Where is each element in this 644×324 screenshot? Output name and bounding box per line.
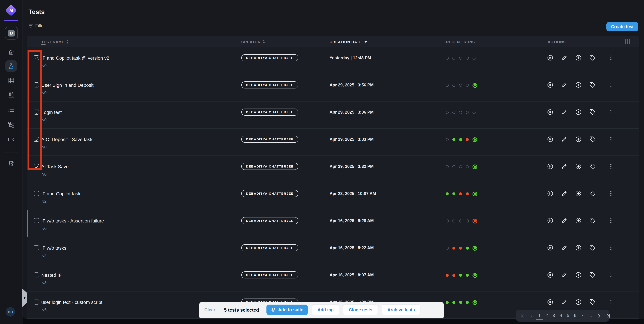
add-plus-icon[interactable] — [575, 245, 582, 251]
edit-pencil-icon[interactable] — [561, 109, 568, 115]
test-row[interactable]: IF and Copilot task v2 DEBADITYA.CHATTER… — [27, 183, 639, 210]
tag-icon[interactable] — [589, 136, 596, 142]
app-logo[interactable]: AI — [6, 5, 16, 15]
row-checkbox[interactable] — [34, 300, 39, 305]
add-plus-icon[interactable] — [575, 55, 582, 61]
test-name[interactable]: Login test — [41, 110, 62, 115]
edit-pencil-icon[interactable] — [561, 245, 568, 251]
edit-pencil-icon[interactable] — [561, 190, 568, 197]
add-plus-icon[interactable] — [575, 136, 582, 142]
more-options-icon[interactable] — [608, 136, 614, 142]
last-page-button[interactable] — [605, 313, 610, 318]
first-page-button[interactable] — [520, 313, 525, 318]
test-row[interactable]: AI Task Save v0 DEBADITYA.CHATTERJEE Apr… — [27, 156, 639, 183]
row-checkbox[interactable] — [34, 191, 39, 196]
add-to-suite-button[interactable]: Add to suite — [266, 305, 308, 315]
more-options-icon[interactable] — [608, 55, 614, 61]
create-test-button[interactable]: Create test — [606, 22, 638, 31]
sidebar-item-suites[interactable] — [5, 89, 17, 101]
edit-pencil-icon[interactable] — [561, 136, 568, 142]
column-creator[interactable]: CREATOR — [241, 36, 264, 47]
add-plus-icon[interactable] — [575, 217, 582, 224]
test-row[interactable]: IF w/o tasks v2 DEBADITYA.CHATTERJEE Apr… — [27, 237, 639, 264]
more-options-icon[interactable] — [608, 190, 614, 197]
tag-icon[interactable] — [589, 82, 596, 88]
test-name[interactable]: AIC: Deposit - Save task — [41, 137, 92, 142]
test-name[interactable]: User Sign In and Deposit — [41, 82, 94, 88]
more-options-icon[interactable] — [608, 109, 614, 115]
add-plus-icon[interactable] — [575, 272, 582, 278]
run-test-icon[interactable] — [547, 163, 554, 169]
archive-tests-button[interactable]: Archive tests — [382, 305, 420, 315]
add-plus-icon[interactable] — [575, 163, 582, 169]
add-plus-icon[interactable] — [575, 109, 582, 115]
tag-icon[interactable] — [589, 55, 596, 61]
column-test-name[interactable]: TEST NAME — [41, 36, 68, 47]
edit-pencil-icon[interactable] — [561, 299, 568, 305]
test-row[interactable]: Login test v0 DEBADITYA.CHATTERJEE Apr 2… — [27, 102, 639, 129]
run-test-icon[interactable] — [547, 82, 554, 88]
test-name[interactable]: user login text - custom script — [41, 300, 102, 305]
clone-tests-button[interactable]: Clone tests — [344, 305, 378, 315]
edit-pencil-icon[interactable] — [561, 163, 568, 169]
test-row[interactable]: IF and Copilot task @ version v2 v0 DEBA… — [27, 47, 639, 74]
sidebar-item-recordings[interactable] — [5, 134, 17, 145]
page-number[interactable]: 3 — [552, 310, 555, 322]
row-checkbox[interactable] — [34, 218, 39, 223]
test-name[interactable]: IF w/o tasks - Assertion failure — [41, 218, 104, 223]
more-options-icon[interactable] — [608, 272, 614, 278]
test-row[interactable]: Nested IF v3 DEBADITYA.CHATTERJEE Apr 16… — [27, 264, 639, 292]
edit-pencil-icon[interactable] — [561, 272, 568, 278]
page-number[interactable]: 2 — [545, 310, 548, 322]
test-name[interactable]: AI Task Save — [41, 164, 69, 169]
add-tag-button[interactable]: Add tag — [312, 305, 339, 315]
tag-icon[interactable] — [589, 109, 596, 115]
run-test-icon[interactable] — [547, 299, 554, 305]
more-options-icon[interactable] — [608, 217, 614, 224]
page-number[interactable]: 6 — [574, 310, 576, 322]
test-name[interactable]: Nested IF — [41, 272, 62, 278]
edit-pencil-icon[interactable] — [561, 82, 568, 88]
project-switcher[interactable]: D — [5, 27, 18, 39]
edit-pencil-icon[interactable] — [561, 55, 568, 61]
run-test-icon[interactable] — [547, 55, 554, 61]
page-number[interactable]: 4 — [560, 310, 562, 322]
more-options-icon[interactable] — [608, 245, 614, 251]
prev-page-button[interactable] — [529, 313, 534, 318]
test-row[interactable]: IF w/o tasks - Assertion failure v0 DEBA… — [27, 210, 639, 237]
edit-pencil-icon[interactable] — [561, 217, 568, 224]
sidebar-item-settings[interactable]: ⚙ — [5, 158, 17, 169]
tag-icon[interactable] — [589, 299, 596, 305]
row-checkbox[interactable] — [34, 245, 39, 250]
more-options-icon[interactable] — [608, 299, 614, 305]
run-test-icon[interactable] — [547, 217, 554, 224]
test-name[interactable]: IF and Copilot task @ version v2 — [41, 55, 109, 61]
sidebar-item-home[interactable] — [5, 46, 17, 58]
test-row[interactable]: User Sign In and Deposit v0 DEBADITYA.CH… — [27, 74, 639, 102]
test-name[interactable]: IF w/o tasks — [41, 245, 66, 251]
run-test-icon[interactable] — [547, 109, 554, 115]
column-creation-date[interactable]: CREATION DATE — [330, 36, 367, 47]
sidebar-item-runs-list[interactable] — [5, 104, 17, 115]
tag-icon[interactable] — [589, 272, 596, 278]
add-plus-icon[interactable] — [575, 82, 582, 88]
sidebar-item-tests[interactable] — [5, 60, 17, 72]
tag-icon[interactable] — [589, 163, 596, 169]
test-name[interactable]: IF and Copilot task — [41, 191, 80, 196]
more-options-icon[interactable] — [608, 82, 614, 88]
run-test-icon[interactable] — [547, 136, 554, 142]
tag-icon[interactable] — [589, 245, 596, 251]
page-number[interactable]: 7 — [581, 310, 584, 322]
clear-selection-button[interactable]: Clear — [204, 307, 215, 312]
run-test-icon[interactable] — [547, 190, 554, 197]
page-number[interactable]: 1 — [538, 310, 541, 322]
filter-button[interactable]: Filter — [28, 23, 45, 28]
test-row[interactable]: AIC: Deposit - Save task v0 DEBADITYA.CH… — [27, 129, 639, 156]
run-test-icon[interactable] — [547, 245, 554, 251]
row-checkbox[interactable] — [34, 272, 39, 277]
next-page-button[interactable] — [596, 313, 601, 318]
page-number[interactable]: 5 — [567, 310, 569, 322]
add-plus-icon[interactable] — [575, 299, 582, 305]
run-test-icon[interactable] — [547, 272, 554, 278]
sidebar-item-workflows[interactable] — [5, 119, 17, 130]
